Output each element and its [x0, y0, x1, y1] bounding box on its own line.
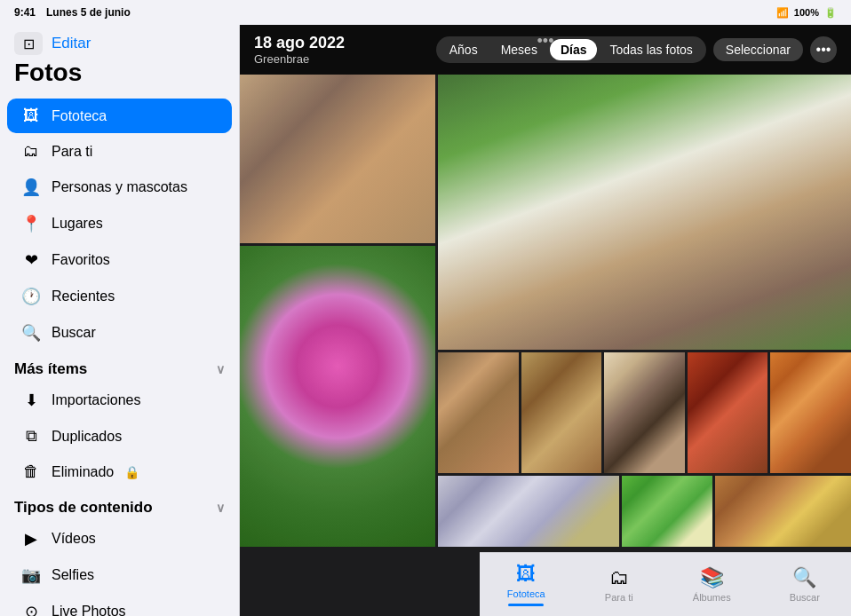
sidebar-item-para-ti[interactable]: 🗂 Para ti: [7, 134, 232, 169]
mas-items-section-header[interactable]: Más ítems ∨: [0, 351, 239, 382]
sidebar-item-eliminado[interactable]: 🗑 Eliminado 🔒: [7, 454, 232, 489]
third-row: [438, 476, 851, 547]
photo-woman-1[interactable]: [240, 75, 435, 243]
photo-location: Greenbrae: [254, 52, 345, 66]
videos-icon: ▶: [21, 529, 41, 549]
tab-buscar[interactable]: 🔍 Buscar: [759, 553, 852, 616]
tab-fototeca[interactable]: 🖼 Fototeca: [480, 553, 573, 616]
photo-grid: [240, 75, 851, 547]
sidebar-item-live-photos[interactable]: ⊙ Live Photos: [7, 594, 232, 616]
sidebar-item-lugares[interactable]: 📍 Lugares: [7, 206, 232, 241]
sidebar-edit-button[interactable]: Editar: [52, 35, 91, 52]
photo-group[interactable]: [604, 352, 685, 473]
sidebar-scroll: 🖼 Fototeca 🗂 Para ti 👤 Personas y mascot…: [0, 94, 239, 616]
sidebar: ⊡ Editar Fotos 🖼 Fototeca 🗂 Para ti 👤 Pe…: [0, 25, 240, 616]
importaciones-icon: ⬇: [21, 391, 41, 410]
sidebar-item-recientes[interactable]: 🕐 Recientes: [7, 279, 232, 314]
tab-albumes[interactable]: 📚 Álbumes: [665, 553, 759, 616]
eliminado-icon: 🗑: [21, 462, 41, 481]
sidebar-item-buscar[interactable]: 🔍 Buscar: [7, 315, 232, 351]
tab-buscar-label: Buscar: [790, 592, 820, 603]
sidebar-item-duplicados-label: Duplicados: [52, 429, 122, 445]
tab-para-ti[interactable]: 🗂 Para ti: [573, 553, 666, 616]
photo-veggies[interactable]: [715, 476, 851, 547]
photo-toolbar: 18 ago 2022 Greenbrae ••• Años Meses Día…: [240, 25, 851, 75]
filter-todas[interactable]: Todas las fotos: [599, 39, 703, 60]
status-time: 9:41: [14, 6, 36, 19]
sidebar-item-selfies[interactable]: 📷 Selfies: [7, 557, 232, 593]
sidebar-item-live-photos-label: Live Photos: [52, 604, 126, 616]
tab-fototeca-label: Fototeca: [507, 588, 545, 599]
sidebar-item-para-ti-label: Para ti: [52, 144, 92, 160]
status-date: Lunes 5 de junio: [46, 6, 131, 19]
selfies-icon: 📷: [21, 565, 41, 585]
more-button[interactable]: •••: [810, 36, 837, 63]
sidebar-item-videos[interactable]: ▶ Vídeos: [7, 521, 232, 557]
sidebar-item-eliminado-label: Eliminado: [52, 464, 114, 480]
sidebar-item-recientes-label: Recientes: [52, 288, 115, 304]
filter-anos[interactable]: Años: [439, 39, 489, 60]
buscar-icon: 🔍: [21, 323, 41, 343]
battery-label: 100%: [794, 7, 819, 18]
tipos-contenido-section-header[interactable]: Tipos de contenido ∨: [0, 490, 239, 520]
photo-fruit[interactable]: [770, 352, 851, 473]
mas-items-chevron: ∨: [216, 362, 225, 376]
photo-more-dots-top[interactable]: •••: [530, 25, 561, 58]
sidebar-collapse-button[interactable]: ⊡: [14, 32, 43, 55]
wifi-icon: 📶: [776, 7, 789, 19]
sidebar-item-lugares-label: Lugares: [52, 216, 103, 232]
battery-icon: 🔋: [824, 7, 837, 19]
sidebar-item-selfies-label: Selfies: [52, 567, 94, 583]
live-photos-icon: ⊙: [21, 602, 41, 616]
fototeca-icon: 🖼: [21, 107, 41, 125]
duplicados-icon: ⧉: [21, 427, 41, 446]
photo-date-location: 18 ago 2022 Greenbrae: [254, 34, 345, 66]
tab-buscar-icon: 🔍: [792, 566, 816, 589]
bottom-grid-row: [438, 352, 851, 473]
sidebar-item-fototeca-label: Fototeca: [52, 108, 107, 124]
favoritos-icon: ❤: [21, 250, 41, 270]
tab-bar: 🖼 Fototeca 🗂 Para ti 📚 Álbumes 🔍 Buscar: [480, 552, 851, 616]
sidebar-item-duplicados[interactable]: ⧉ Duplicados: [7, 419, 232, 454]
photo-flower[interactable]: [240, 246, 435, 547]
sidebar-item-personas-label: Personas y mascotas: [52, 179, 187, 195]
recientes-icon: 🕐: [21, 287, 41, 306]
photo-kitchen-1[interactable]: [438, 352, 519, 473]
sidebar-item-favoritos[interactable]: ❤ Favoritos: [7, 242, 232, 278]
sidebar-item-personas[interactable]: 👤 Personas y mascotas: [7, 170, 232, 205]
sidebar-item-importaciones-label: Importaciones: [52, 392, 141, 408]
personas-icon: 👤: [21, 178, 41, 197]
photo-bread[interactable]: [521, 352, 602, 473]
tab-albumes-label: Álbumes: [693, 592, 731, 603]
lock-icon: 🔒: [124, 465, 139, 479]
photo-area: 18 ago 2022 Greenbrae ••• Años Meses Día…: [240, 25, 851, 616]
sidebar-item-buscar-label: Buscar: [52, 325, 96, 341]
tipos-contenido-chevron: ∨: [216, 501, 225, 515]
time-filter-group: Años Meses Días Todas las fotos: [436, 36, 706, 63]
tab-para-ti-label: Para ti: [605, 592, 633, 603]
photo-food-1[interactable]: [688, 352, 768, 473]
para-ti-icon: 🗂: [21, 142, 41, 161]
sidebar-item-favoritos-label: Favoritos: [52, 252, 110, 268]
tab-fototeca-icon: 🖼: [516, 563, 536, 586]
tab-albumes-icon: 📚: [700, 566, 724, 589]
photo-date: 18 ago 2022: [254, 34, 345, 52]
sidebar-item-videos-label: Vídeos: [52, 531, 96, 547]
sidebar-collapse-icon: ⊡: [23, 36, 35, 52]
lugares-icon: 📍: [21, 214, 41, 233]
photo-melon[interactable]: [622, 476, 712, 547]
right-section: [438, 75, 851, 547]
tab-active-indicator: [508, 604, 544, 606]
tipos-contenido-label: Tipos de contenido: [14, 499, 153, 517]
photo-woman-large[interactable]: [438, 75, 851, 350]
select-button[interactable]: Seleccionar: [713, 38, 803, 61]
sidebar-title: Fotos: [14, 59, 82, 86]
tab-para-ti-icon: 🗂: [609, 566, 629, 589]
mas-items-label: Más ítems: [14, 360, 87, 378]
sidebar-item-fototeca[interactable]: 🖼 Fototeca: [7, 99, 232, 133]
sidebar-item-importaciones[interactable]: ⬇ Importaciones: [7, 383, 232, 418]
status-bar: 9:41 Lunes 5 de junio 📶 100% 🔋: [0, 0, 851, 25]
left-column: [240, 75, 435, 547]
photo-bottle[interactable]: [438, 476, 619, 547]
